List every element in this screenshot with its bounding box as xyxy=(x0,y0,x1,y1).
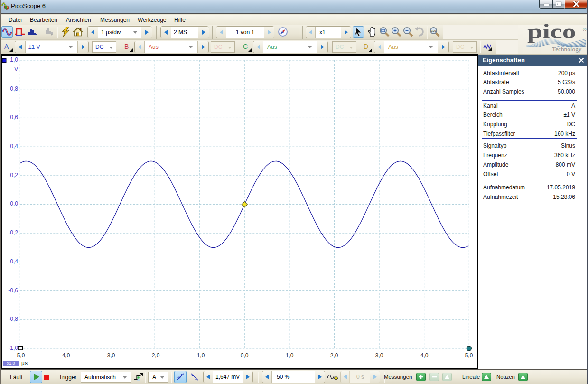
svg-text:100: 100 xyxy=(431,29,436,32)
